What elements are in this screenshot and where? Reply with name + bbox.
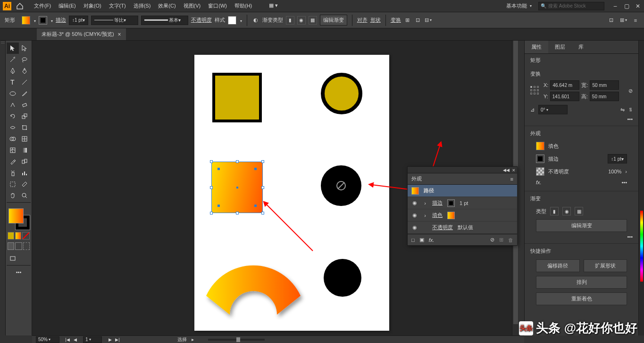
line-tool[interactable] (19, 77, 31, 88)
transform-icon2[interactable]: ⊡ (414, 17, 422, 24)
arrange-button[interactable]: 排列 (536, 276, 627, 289)
lasso-tool[interactable] (19, 54, 31, 65)
rp-radial-grad-icon[interactable]: ◉ (562, 207, 571, 215)
width-tool[interactable] (7, 122, 19, 133)
artboard-nav-field[interactable]: 1 (83, 336, 102, 343)
graphic-style-swatch[interactable] (228, 16, 236, 25)
menu-effect[interactable]: 效果(C) (154, 0, 179, 11)
fill-stroke-picker[interactable] (8, 208, 30, 230)
paintbrush-tool[interactable] (19, 88, 31, 99)
clear-appearance-icon[interactable]: ⊘ (490, 237, 494, 243)
recolor-icon[interactable]: ◐ (252, 17, 259, 24)
panel-close-icon[interactable]: × (512, 167, 515, 173)
close-tab-icon[interactable]: × (118, 31, 121, 38)
rp-opacity-swatch[interactable] (536, 167, 544, 176)
menu-view[interactable]: 视图(V) (180, 0, 205, 11)
symbol-sprayer-tool[interactable] (7, 167, 19, 179)
stroke-dropdown[interactable] (50, 17, 53, 23)
slice-tool[interactable] (19, 179, 31, 190)
black-circle-shape-2[interactable] (324, 259, 361, 297)
panel-menu-icon[interactable]: ≡ (510, 176, 513, 182)
minimize-button[interactable]: – (612, 3, 619, 9)
zoom-level-field[interactable]: 50% (36, 336, 59, 343)
duplicate-icon[interactable]: ⊞ (499, 237, 503, 243)
color-spectrum-strip[interactable] (640, 211, 643, 282)
status-dropdown[interactable]: ▸ (192, 337, 194, 342)
stroke-thumb[interactable] (447, 199, 455, 207)
screen-mode[interactable] (7, 253, 19, 264)
rp-stroke-weight[interactable]: ↕ 1 pt ▾ (608, 154, 627, 163)
properties-tab[interactable]: 属性 (525, 41, 548, 53)
expand-icon[interactable]: › (423, 213, 427, 218)
perspective-tool[interactable] (19, 133, 31, 145)
menu-file[interactable]: 文件(F) (30, 0, 55, 11)
radial-gradient-icon[interactable]: ◉ (297, 16, 306, 25)
layers-tab[interactable]: 图层 (548, 41, 572, 53)
opacity-val[interactable]: 默认值 (458, 224, 473, 231)
color-mode-solid[interactable] (8, 232, 14, 240)
appearance-path-row[interactable]: 路径 (408, 185, 517, 197)
shaper-tool[interactable] (7, 99, 19, 111)
brush-definition[interactable]: 基本 ▾ (141, 16, 188, 25)
flip-h-icon[interactable]: ⇋ (620, 107, 625, 113)
appearance-panel[interactable]: ◀◀ × 外观 ≡ 路径 ◉ › 描边 1 pt ◉ › 填色 (407, 166, 518, 246)
artboard-tool[interactable] (7, 179, 19, 190)
next-artboard-icon[interactable]: ▶ (107, 336, 113, 343)
menu-window[interactable]: 窗口(W) (204, 0, 231, 11)
direct-selection-tool[interactable] (19, 43, 31, 54)
eraser-tool[interactable] (19, 99, 31, 111)
rp-fill-swatch[interactable] (536, 142, 544, 150)
stroke-swatch[interactable] (39, 16, 47, 25)
mesh-tool[interactable] (7, 145, 19, 156)
prev-artboard-icon[interactable]: ◀ (72, 336, 78, 343)
rp-opacity-val[interactable]: 100% (608, 169, 621, 174)
search-stock-input[interactable]: 🔍搜索 Adobe Stock (538, 2, 604, 10)
rp-freeform-grad-icon[interactable]: ▦ (575, 207, 583, 215)
reference-point-picker[interactable] (530, 86, 540, 95)
recolor-button[interactable]: 重新着色 (536, 292, 627, 305)
selection-tool[interactable] (7, 43, 19, 54)
add-effect-icon[interactable]: fx. (429, 237, 435, 243)
yellow-square-shape[interactable] (212, 73, 262, 122)
rp-opacity-arrow[interactable]: › (625, 169, 627, 174)
angle-field[interactable]: 0° (538, 105, 568, 114)
pen-tool[interactable] (7, 65, 19, 77)
style-dropdown[interactable] (239, 17, 242, 23)
opacity-label[interactable]: 不透明度 (191, 17, 212, 24)
visibility-icon[interactable]: ◉ (411, 224, 418, 231)
flip-v-icon[interactable]: ⥮ (628, 107, 633, 113)
arrange-docs-icon[interactable]: ▦ ▾ (265, 0, 282, 11)
menu-type[interactable]: 文字(T) (105, 0, 130, 11)
home-icon[interactable] (14, 0, 25, 12)
menu-select[interactable]: 选择(S) (130, 0, 155, 11)
offset-path-button[interactable]: 偏移路径 (536, 259, 580, 272)
w-field[interactable] (590, 80, 619, 90)
fill-color-box[interactable] (8, 208, 24, 223)
edit-gradient-button[interactable]: 编辑渐变 (536, 219, 627, 232)
menu-object[interactable]: 对象(O) (80, 0, 105, 11)
first-artboard-icon[interactable]: |◀ (64, 336, 71, 343)
curvature-tool[interactable] (19, 65, 31, 77)
panel-collapse-icon[interactable]: ◀◀ (503, 168, 510, 172)
appearance-stroke-row[interactable]: ◉ › 描边 1 pt (408, 197, 517, 209)
lock-aspect-icon[interactable]: ⊘ (628, 88, 633, 94)
expand-shape-button[interactable]: 扩展形状 (584, 259, 627, 272)
type-tool[interactable]: T (7, 77, 19, 88)
stroke-label[interactable]: 描边 (56, 17, 66, 24)
h-field[interactable] (590, 92, 619, 101)
new-stroke-icon[interactable]: □ (411, 237, 415, 243)
selected-gradient-rectangle[interactable] (211, 162, 263, 213)
ctl-icon-b[interactable]: ≡ (632, 17, 639, 24)
hand-tool[interactable] (7, 190, 19, 201)
rotate-tool[interactable] (7, 111, 19, 122)
transform-more-icon[interactable]: ••• (627, 116, 633, 122)
close-button[interactable]: ✕ (635, 3, 641, 9)
menu-edit[interactable]: 编辑(E) (55, 0, 80, 11)
draw-inside[interactable] (23, 242, 30, 250)
libraries-tab[interactable]: 库 (572, 41, 590, 53)
expand-icon[interactable]: › (423, 200, 427, 206)
color-mode-gradient[interactable] (15, 232, 22, 240)
rectangle-tool[interactable] (7, 88, 19, 99)
menu-help[interactable]: 帮助(H) (231, 0, 256, 11)
maximize-button[interactable]: ▢ (623, 3, 630, 9)
